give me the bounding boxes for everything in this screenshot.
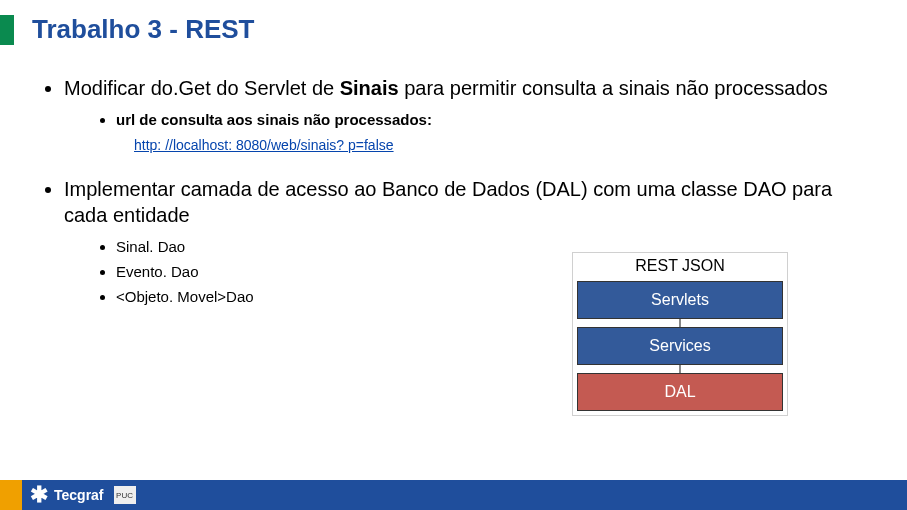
title-bar: Trabalho 3 - REST xyxy=(0,14,255,45)
bullet-1-text-bold: Sinais xyxy=(340,77,399,99)
diagram-connector xyxy=(577,319,783,327)
diagram-top-label: REST JSON xyxy=(577,257,783,275)
bullet-1-text-post: para permitir consulta a sinais não proc… xyxy=(399,77,828,99)
bullet-1-text-pre: Modificar do.Get do Servlet de xyxy=(64,77,340,99)
slide: Trabalho 3 - REST Modificar do.Get do Se… xyxy=(0,0,907,510)
title-accent-bar xyxy=(0,15,14,45)
diagram-connector xyxy=(577,365,783,373)
footer-badge: PUC xyxy=(114,486,136,504)
bullet-2-text: Implementar camada de acesso ao Banco de… xyxy=(64,178,832,226)
sinais-url-link[interactable]: http: //localhost: 8080/web/sinais? p=fa… xyxy=(134,137,394,153)
url-line: http: //localhost: 8080/web/sinais? p=fa… xyxy=(64,136,877,154)
footer-accent xyxy=(0,480,22,510)
slide-title: Trabalho 3 - REST xyxy=(32,14,255,45)
diagram-box-servlets: Servlets xyxy=(577,281,783,319)
footer-brand-text: Tecgraf xyxy=(54,487,104,503)
logo-icon: ✱ xyxy=(30,484,48,506)
architecture-diagram: REST JSON Servlets Services DAL xyxy=(572,252,788,416)
bullet-1: Modificar do.Get do Servlet de Sinais pa… xyxy=(64,75,877,154)
footer-bar: ✱ Tecgraf PUC xyxy=(0,480,907,510)
bullet-1-sub-1: url de consulta aos sinais não processad… xyxy=(116,109,877,130)
diagram-box-services: Services xyxy=(577,327,783,365)
footer-logo: ✱ Tecgraf xyxy=(30,484,104,506)
diagram-box-dal: DAL xyxy=(577,373,783,411)
